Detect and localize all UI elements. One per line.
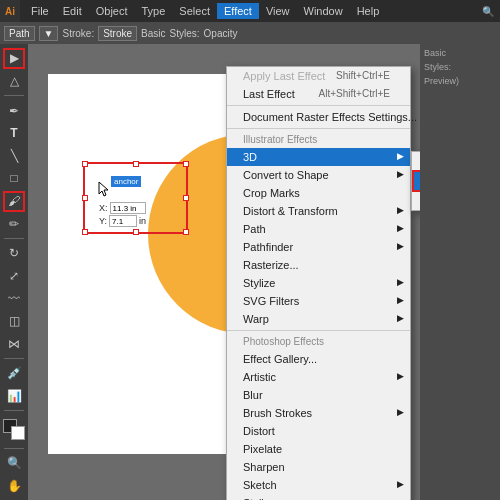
handle-tl — [82, 161, 88, 167]
handle-tm — [133, 161, 139, 167]
x-input[interactable] — [110, 202, 146, 214]
toolbar-row-2: Path ▼ Stroke: Stroke Basic Styles: Opac… — [0, 22, 500, 44]
submenu-3d: Extrude & Bevel Revolve... Rotate... — [411, 151, 420, 211]
handle-bm — [133, 229, 139, 235]
right-panel: Basic Styles: Preview) — [420, 44, 500, 500]
menu-convert-to-shape[interactable]: Convert to Shape — [227, 166, 410, 184]
svg-marker-0 — [99, 182, 108, 196]
direct-select-tool[interactable]: △ — [3, 71, 25, 92]
menu-crop-marks[interactable]: Crop Marks — [227, 184, 410, 202]
x-label: X: — [99, 203, 108, 213]
menu-sketch[interactable]: Sketch — [227, 476, 410, 494]
handle-mr — [183, 195, 189, 201]
shape-tool[interactable]: □ — [3, 168, 25, 189]
panel-preview-label: Preview) — [422, 74, 498, 88]
submenu-extrude-bevel[interactable]: Extrude & Bevel — [412, 152, 420, 170]
menu-sep-3 — [227, 330, 410, 331]
toolbar-divider-3 — [4, 358, 24, 359]
y-label: Y: — [99, 216, 107, 226]
basic-label: Basic — [141, 28, 165, 39]
menu-3d[interactable]: 3D — [227, 148, 410, 166]
coord-row-x: X: — [99, 202, 146, 214]
shape-selector[interactable]: ▼ — [39, 26, 59, 41]
main-area: ▶ △ ✒ T ╲ □ 🖌 ✏ ↻ ⤢ 〰 ◫ ⋈ 💉 📊 🔍 ✋ — [0, 44, 500, 500]
selection-box[interactable]: anchor X: Y: in — [83, 162, 188, 234]
stroke-value[interactable]: Stroke — [98, 26, 137, 41]
menu-sharpen[interactable]: Sharpen — [227, 458, 410, 476]
menu-bar: File Edit Object Type Select Effect View… — [24, 3, 386, 19]
hand-tool[interactable]: ✋ — [3, 475, 25, 496]
pencil-tool[interactable]: ✏ — [3, 214, 25, 235]
gradient-tool[interactable]: ◫ — [3, 311, 25, 332]
zoom-tool[interactable]: 🔍 — [3, 453, 25, 474]
app-logo: Ai — [0, 0, 20, 22]
y-unit: in — [139, 216, 146, 226]
menu-artistic[interactable]: Artistic — [227, 368, 410, 386]
search-icon[interactable]: 🔍 — [482, 6, 494, 17]
menu-pathfinder[interactable]: Pathfinder — [227, 238, 410, 256]
select-tool[interactable]: ▶ — [3, 48, 25, 69]
menu-effect-gallery[interactable]: Effect Gallery... — [227, 350, 410, 368]
y-input[interactable] — [109, 215, 137, 227]
menu-rasterize[interactable]: Rasterize... — [227, 256, 410, 274]
menu-brush-strokes[interactable]: Brush Strokes — [227, 404, 410, 422]
menu-pixelate[interactable]: Pixelate — [227, 440, 410, 458]
path-label: Path — [4, 26, 35, 41]
blend-tool[interactable]: ⋈ — [3, 334, 25, 355]
type-tool[interactable]: T — [3, 123, 25, 144]
menu-svg-filters[interactable]: SVG Filters — [227, 292, 410, 310]
toolbar-divider-2 — [4, 238, 24, 239]
menu-sep-1 — [227, 105, 410, 106]
submenu-revolve[interactable]: Revolve... — [412, 170, 420, 192]
menu-file[interactable]: File — [24, 3, 56, 19]
effect-menu: Apply Last Effect Shift+Ctrl+E Last Effe… — [226, 66, 411, 500]
section-photoshop-effects: Photoshop Effects — [227, 333, 410, 350]
menu-last-effect[interactable]: Last Effect Alt+Shift+Ctrl+E — [227, 85, 410, 103]
background-color[interactable] — [11, 426, 25, 440]
menu-type[interactable]: Type — [135, 3, 173, 19]
menu-stylize[interactable]: Stylize — [227, 274, 410, 292]
style-label: Styles: — [170, 28, 200, 39]
menu-view[interactable]: View — [259, 3, 297, 19]
toolbar-divider-1 — [4, 95, 24, 96]
handle-ml — [82, 195, 88, 201]
top-menu-bar: Ai File Edit Object Type Select Effect V… — [0, 0, 500, 22]
panel-basic-label: Basic — [422, 46, 498, 60]
toolbar-divider-5 — [4, 448, 24, 449]
pen-tool[interactable]: ✒ — [3, 100, 25, 121]
menu-apply-last-effect[interactable]: Apply Last Effect Shift+Ctrl+E — [227, 67, 410, 85]
rotate-tool[interactable]: ↻ — [3, 243, 25, 264]
menu-help[interactable]: Help — [350, 3, 387, 19]
coord-display: X: Y: in — [99, 201, 146, 228]
warp-tool[interactable]: 〰 — [3, 288, 25, 309]
color-indicator[interactable] — [3, 419, 25, 440]
handle-tr — [183, 161, 189, 167]
top-right-controls: 🔍 — [482, 6, 500, 17]
scale-tool[interactable]: ⤢ — [3, 266, 25, 287]
line-tool[interactable]: ╲ — [3, 146, 25, 167]
menu-sep-2 — [227, 128, 410, 129]
section-illustrator-effects: Illustrator Effects — [227, 131, 410, 148]
menu-object[interactable]: Object — [89, 3, 135, 19]
opacity-label: Opacity — [204, 28, 238, 39]
menu-edit[interactable]: Edit — [56, 3, 89, 19]
menu-path[interactable]: Path — [227, 220, 410, 238]
paintbrush-tool[interactable]: 🖌 — [3, 191, 25, 212]
eyedropper-tool[interactable]: 💉 — [3, 363, 25, 384]
coord-row-y: Y: in — [99, 215, 146, 227]
menu-stylize-ps[interactable]: Stylize — [227, 494, 410, 500]
menu-effect[interactable]: Effect — [217, 3, 259, 19]
anchor-tooltip: anchor — [111, 176, 141, 187]
menu-document-raster[interactable]: Document Raster Effects Settings... — [227, 108, 410, 126]
toolbar-divider-4 — [4, 410, 24, 411]
submenu-rotate[interactable]: Rotate... — [412, 192, 420, 210]
menu-blur[interactable]: Blur — [227, 386, 410, 404]
graph-tool[interactable]: 📊 — [3, 386, 25, 407]
stroke-label: Stroke: — [62, 28, 94, 39]
panel-styles-label: Styles: — [422, 60, 498, 74]
menu-distort-transform[interactable]: Distort & Transform — [227, 202, 410, 220]
menu-warp[interactable]: Warp — [227, 310, 410, 328]
menu-window[interactable]: Window — [297, 3, 350, 19]
menu-select[interactable]: Select — [172, 3, 217, 19]
menu-distort[interactable]: Distort — [227, 422, 410, 440]
